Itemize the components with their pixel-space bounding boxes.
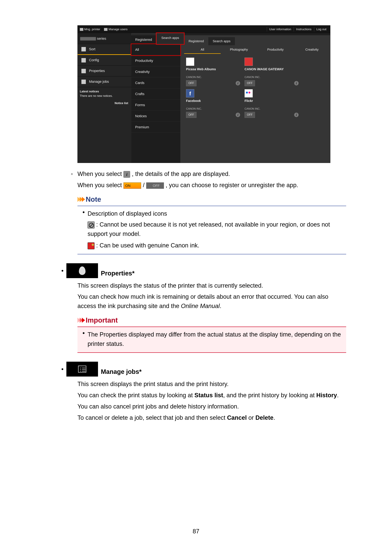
note-p1: : Cannot be used because it is not yet r… — [88, 221, 330, 237]
prop-p2: You can check how much ink is remaining … — [78, 292, 346, 311]
mng-printer-link[interactable]: Mng. printer — [80, 27, 100, 31]
notice-list-link[interactable]: Notice list — [80, 98, 128, 106]
app-vendor: CANON INC. — [244, 72, 299, 79]
info-icon[interactable]: i — [236, 81, 240, 85]
info-icon[interactable]: i — [294, 81, 299, 85]
app-thumb — [244, 58, 253, 66]
ink-drop-icon — [81, 69, 86, 73]
toggle-off-button[interactable]: OFF — [186, 80, 196, 86]
info-icon[interactable]: i — [294, 113, 299, 117]
svg-line-1 — [90, 224, 93, 227]
toggle-off-button[interactable]: OFF — [244, 80, 255, 86]
info-icon: i — [123, 171, 130, 178]
category-crafts[interactable]: Crafts — [131, 88, 180, 100]
mj-p3: You can also cancel print jobs and delet… — [78, 402, 346, 411]
tab-search-apps[interactable]: Search apps — [157, 33, 184, 44]
printer-series: series — [78, 33, 131, 44]
app-vendor: CANON INC. — [186, 72, 240, 79]
note-box: Description of displayed icons : Cannot … — [78, 206, 346, 254]
rcat-all[interactable]: All — [184, 46, 221, 54]
toggle-off-button[interactable]: OFF — [244, 112, 255, 118]
note-p2: : Can be used with genuine Canon ink. — [96, 242, 200, 249]
printer-icon — [80, 28, 83, 31]
sidebar-sort[interactable]: Sort — [78, 44, 131, 55]
sidebar-manage-jobs[interactable]: Manage jobs — [78, 76, 131, 87]
app-vendor: CANON INC. — [244, 104, 299, 111]
sidebar-config[interactable]: Config — [78, 55, 131, 66]
info-icon[interactable]: i — [236, 113, 240, 117]
toggle-off-button[interactable]: OFF — [186, 112, 196, 118]
app-card: Picasa Web Albums CANON INC. OFF i — [184, 56, 242, 88]
rcat-creativity[interactable]: Creativity — [294, 46, 330, 54]
category-creativity[interactable]: Creativity — [131, 66, 180, 77]
note-li: Description of displayed icons — [88, 210, 167, 217]
app-card: CANON iMAGE GATEWAY CANON INC. OFF i — [242, 56, 301, 88]
mj-p2: You can check the print status by lookin… — [78, 391, 346, 400]
app-name: CANON iMAGE GATEWAY — [244, 66, 299, 72]
page-number: 87 — [0, 527, 392, 536]
category-all[interactable]: All — [131, 44, 180, 55]
prohibit-icon — [88, 221, 94, 228]
body-line-toggle: When you select ON / OFF , you can choos… — [78, 181, 346, 190]
prop-p1: This screen displays the status of the p… — [78, 281, 346, 290]
category-column: Registered All Productivity Creativity C… — [131, 35, 180, 163]
manage-users-link[interactable]: Manage users — [104, 27, 127, 31]
no-notices-text: There are no new notices. — [80, 94, 128, 98]
app-card: Flickr CANON INC. OFF i — [242, 88, 301, 119]
users-icon — [104, 28, 107, 31]
category-premium[interactable]: Premium — [131, 122, 180, 133]
canon-ink-icon — [88, 242, 94, 249]
important-li: The Properties displayed may differ from… — [88, 330, 344, 349]
list-icon — [81, 80, 86, 84]
app-management-screenshot: Mng. printer Manage users User informati… — [78, 25, 330, 163]
app-thumb — [244, 89, 253, 97]
app-vendor: CANON INC. — [186, 104, 240, 111]
rcat-photography[interactable]: Photography — [221, 46, 257, 54]
app-name: Facebook — [186, 97, 240, 104]
important-box: The Properties displayed may differ from… — [78, 327, 346, 353]
properties-header: Properties* — [68, 263, 346, 278]
on-toggle-icon: ON — [123, 183, 141, 189]
ink-drop-icon — [79, 266, 86, 275]
mj-p4: To cancel or delete a job, select that j… — [78, 413, 346, 423]
off-toggle-icon: OFF — [146, 183, 164, 189]
manage-jobs-header: Manage jobs* — [68, 362, 346, 377]
latest-notices-header: Latest notices — [80, 89, 128, 94]
app-name: Flickr — [244, 97, 299, 104]
body-line-info: When you select i , the details of the a… — [78, 169, 346, 179]
midtab-registered[interactable]: Registered — [131, 35, 156, 44]
rtab-registered[interactable]: Registered — [184, 37, 208, 45]
rcat-productivity[interactable]: Productivity — [257, 46, 294, 54]
sidebar-properties[interactable]: Properties — [78, 66, 131, 76]
category-notices[interactable]: Notices — [131, 110, 180, 122]
category-cards[interactable]: Cards — [131, 77, 180, 88]
sort-icon — [81, 47, 86, 51]
app-thumb — [186, 58, 194, 66]
app-name: Picasa Web Albums — [186, 66, 240, 72]
logout-link[interactable]: Log out — [314, 27, 329, 31]
app-card: f Facebook CANON INC. OFF i — [184, 88, 242, 119]
category-productivity[interactable]: Productivity — [131, 55, 180, 66]
instructions-link[interactable]: Instructions — [294, 27, 314, 31]
app-thumb: f — [186, 89, 194, 97]
mj-p1: This screen displays the print status an… — [78, 380, 346, 389]
category-forms[interactable]: Forms — [131, 100, 180, 110]
config-icon — [81, 58, 86, 63]
note-header: Note — [78, 194, 346, 205]
user-information-link[interactable]: User information — [267, 27, 293, 31]
apps-panel: Registered Search apps All Photography P… — [180, 35, 330, 163]
rtab-search-apps[interactable]: Search apps — [208, 37, 235, 45]
checklist-icon — [78, 366, 86, 372]
top-bar: Mng. printer Manage users User informati… — [78, 25, 330, 33]
sidebar: Sort Config Properties Manage jobs Lates… — [78, 44, 131, 163]
important-header: Important — [78, 315, 346, 326]
